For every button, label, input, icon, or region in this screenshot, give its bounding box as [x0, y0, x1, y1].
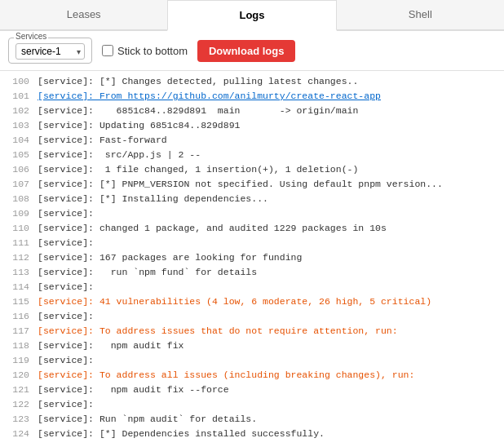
log-line-text: [service]: src/App.js | 2 --: [38, 148, 201, 162]
log-line-text: [service]: Updating 6851c84..829d891: [38, 118, 240, 133]
log-line: 112[service]: 167 packages are looking f…: [0, 250, 504, 265]
log-line: 121[service]: npm audit fix --force: [0, 383, 504, 397]
toolbar: Services service-1 service-2 Stick to bo…: [0, 31, 504, 71]
log-line: 104[service]: Fast-forward: [0, 133, 504, 148]
tab-bar: Leases Logs Shell: [0, 0, 504, 31]
log-line: 117[service]: To address issues that do …: [0, 324, 504, 339]
log-line-number: 105: [7, 148, 29, 162]
log-line-number: 116: [7, 309, 29, 324]
log-line: 123[service]: Run `npm audit` for detail…: [0, 412, 504, 427]
log-line-number: 104: [7, 133, 29, 148]
log-line-text: [service]:: [38, 280, 94, 294]
log-line: 114[service]:: [0, 280, 504, 294]
log-line-number: 110: [7, 221, 29, 236]
log-line-text: [service]:: [38, 353, 94, 368]
download-logs-button[interactable]: Download logs: [197, 40, 295, 62]
log-line-text: [service]:: [38, 206, 94, 221]
stick-to-bottom-label[interactable]: Stick to bottom: [102, 45, 188, 57]
log-line-text: [service]:: [38, 397, 94, 412]
log-line-text: [service]: [*] Changes detected, pulling…: [38, 74, 358, 89]
log-line: 122[service]:: [0, 397, 504, 412]
log-line: 116[service]:: [0, 309, 504, 324]
tab-logs[interactable]: Logs: [167, 0, 336, 31]
log-line-number: 118: [7, 339, 29, 353]
log-line-text: [service]: From https://github.com/anilm…: [38, 89, 381, 104]
log-line-number: 111: [7, 236, 29, 250]
log-line: 124[service]: [*] Dependencies installed…: [0, 427, 504, 441]
log-line: 105[service]: src/App.js | 2 --: [0, 148, 504, 162]
log-line: 120[service]: To address all issues (inc…: [0, 368, 504, 383]
stick-to-bottom-checkbox[interactable]: [102, 45, 113, 56]
log-line-number: 117: [7, 324, 29, 339]
log-line-number: 122: [7, 397, 29, 412]
log-line-text: [service]: 1 file changed, 1 insertion(+…: [38, 162, 358, 177]
log-line: 110[service]: changed 1 package, and aud…: [0, 221, 504, 236]
stick-to-bottom-text: Stick to bottom: [117, 45, 188, 57]
log-line-text: [service]: [*] Installing dependencies..…: [38, 192, 268, 206]
log-line-text: [service]:: [38, 309, 94, 324]
log-line-number: 120: [7, 368, 29, 383]
log-line-number: 103: [7, 118, 29, 133]
log-line-text: [service]: [*] PNPM_VERSION not specifie…: [38, 177, 443, 192]
tab-shell[interactable]: Shell: [337, 0, 504, 30]
tab-leases[interactable]: Leases: [0, 0, 167, 30]
log-line-number: 121: [7, 383, 29, 397]
log-line-text: [service]: 41 vulnerabilities (4 low, 6 …: [38, 294, 431, 309]
log-line-number: 112: [7, 250, 29, 265]
log-line: 109[service]:: [0, 206, 504, 221]
log-container[interactable]: 100[service]: [*] Changes detected, pull…: [0, 71, 504, 443]
log-line-number: 102: [7, 104, 29, 118]
services-group-label: Services: [14, 32, 48, 41]
log-line-number: 113: [7, 265, 29, 280]
log-line-text: [service]: npm audit fix: [38, 339, 183, 353]
log-line: 118[service]: npm audit fix: [0, 339, 504, 353]
log-line-number: 114: [7, 280, 29, 294]
log-line-number: 101: [7, 89, 29, 104]
log-line-text: [service]: [*] Dependencies installed su…: [38, 427, 325, 441]
log-line: 103[service]: Updating 6851c84..829d891: [0, 118, 504, 133]
log-line-text: [service]: Fast-forward: [38, 133, 167, 148]
log-line-number: 108: [7, 192, 29, 206]
log-line-text: [service]: run `npm fund` for details: [38, 265, 257, 280]
log-line: 115[service]: 41 vulnerabilities (4 low,…: [0, 294, 504, 309]
log-line-number: 107: [7, 177, 29, 192]
log-line: 111[service]:: [0, 236, 504, 250]
log-line: 101[service]: From https://github.com/an…: [0, 89, 504, 104]
log-line-text: [service]:: [38, 236, 94, 250]
log-line-number: 115: [7, 294, 29, 309]
log-line: 113[service]: run `npm fund` for details: [0, 265, 504, 280]
log-line-text: [service]: changed 1 package, and audite…: [38, 221, 387, 236]
log-line: 102[service]: 6851c84..829d891 main -> o…: [0, 104, 504, 118]
log-line-number: 124: [7, 427, 29, 441]
log-line: 108[service]: [*] Installing dependencie…: [0, 192, 504, 206]
services-select-wrapper: service-1 service-2: [15, 43, 85, 60]
log-line-number: 123: [7, 412, 29, 427]
log-line: 119[service]:: [0, 353, 504, 368]
log-line-text: [service]: To address issues that do not…: [38, 324, 398, 339]
log-line-text: [service]: Run `npm audit` for details.: [38, 412, 257, 427]
log-line-text: [service]: To address all issues (includ…: [38, 368, 414, 383]
log-line-text: [service]: npm audit fix --force: [38, 383, 229, 397]
log-line-text: [service]: 167 packages are looking for …: [38, 250, 302, 265]
log-line: 100[service]: [*] Changes detected, pull…: [0, 74, 504, 89]
log-line-number: 109: [7, 206, 29, 221]
services-select[interactable]: service-1 service-2: [15, 43, 85, 60]
log-line: 125[service]: [*] Checking if any pre bu…: [0, 441, 504, 443]
log-line: 107[service]: [*] PNPM_VERSION not speci…: [0, 177, 504, 192]
log-line-number: 100: [7, 74, 29, 89]
log-line-text: [service]: [*] Checking if any pre build…: [38, 441, 404, 443]
log-line-number: 125: [7, 441, 29, 443]
log-line-number: 106: [7, 162, 29, 177]
log-line-text: [service]: 6851c84..829d891 main -> orig…: [38, 104, 358, 118]
services-group: Services service-1 service-2: [8, 38, 92, 64]
log-line: 106[service]: 1 file changed, 1 insertio…: [0, 162, 504, 177]
log-line-number: 119: [7, 353, 29, 368]
